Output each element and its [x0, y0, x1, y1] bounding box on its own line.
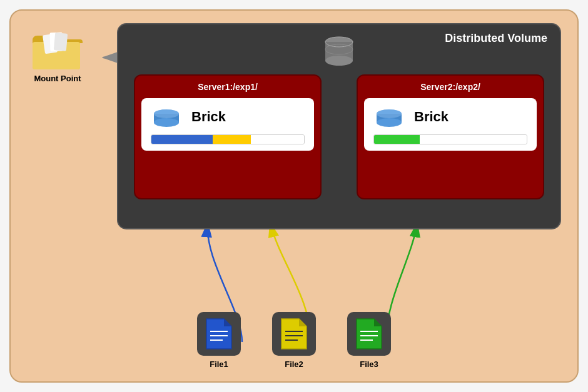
svg-point-11 — [325, 56, 353, 66]
server1-brick-row: Brick — [151, 104, 305, 129]
server1-brick-box: Brick — [141, 98, 314, 151]
distributed-volume: Distributed Volume Server1:/exp1/ — [117, 23, 561, 229]
file2-item: File2 — [272, 312, 316, 369]
server2-progress — [373, 134, 527, 144]
server2-brick-row: Brick — [373, 104, 527, 129]
dv-title: Distributed Volume — [445, 32, 547, 45]
svg-marker-23 — [224, 319, 231, 326]
server2-box: Server2:/exp2/ Brick — [357, 74, 544, 199]
mount-point-label: Mount Point — [34, 74, 81, 83]
svg-point-21 — [377, 109, 402, 118]
main-container: Mount Point Distributed Volume Server1:/… — [9, 9, 579, 383]
db-icon — [320, 31, 358, 74]
svg-rect-8 — [54, 33, 68, 51]
file3-item: File3 — [347, 312, 391, 369]
server2-progress-empty — [420, 135, 527, 144]
server1-title: Server1:/exp1/ — [141, 82, 314, 92]
server1-progress-blue — [151, 135, 213, 144]
server1-progress — [151, 134, 305, 144]
file1-item: File1 — [197, 312, 241, 369]
server2-disk-icon — [373, 104, 405, 129]
server1-progress-yellow — [213, 135, 251, 144]
svg-marker-33 — [374, 319, 382, 326]
server2-progress-green — [374, 135, 420, 144]
file1-label: File1 — [210, 359, 228, 369]
files-row: File1 File2 — [11, 312, 577, 369]
svg-point-20 — [377, 118, 402, 127]
server2-brick-label: Brick — [414, 109, 449, 125]
file2-label: File2 — [285, 359, 303, 369]
server1-brick-label: Brick — [191, 109, 226, 125]
server2-brick-box: Brick — [364, 98, 537, 151]
server1-progress-empty — [251, 135, 304, 144]
server1-disk-icon — [151, 104, 182, 129]
file2-icon — [272, 312, 316, 356]
svg-marker-28 — [299, 319, 307, 326]
file3-icon — [347, 312, 391, 356]
svg-point-17 — [154, 109, 179, 118]
mount-point: Mount Point — [23, 29, 92, 83]
svg-point-16 — [154, 118, 179, 127]
folder-icon — [33, 29, 83, 70]
file3-label: File3 — [360, 359, 378, 369]
server1-box: Server1:/exp1/ Brick — [134, 74, 322, 199]
server2-title: Server2:/exp2/ — [364, 82, 537, 92]
file1-icon — [197, 312, 241, 356]
